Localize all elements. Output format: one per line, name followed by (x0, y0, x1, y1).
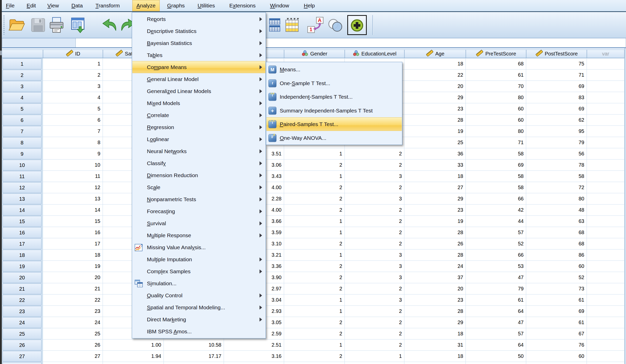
menu-item-nonparametric-tests[interactable]: Nonparametric Tests (132, 193, 265, 205)
cell[interactable]: 22 (43, 294, 103, 306)
cell[interactable]: 69 (526, 81, 587, 92)
cell[interactable]: 1 (284, 306, 345, 317)
row-header-9[interactable]: 9 (3, 149, 41, 159)
cell[interactable]: 9 (43, 148, 103, 160)
cell[interactable]: 56 (526, 148, 587, 160)
cell[interactable]: 63 (526, 216, 587, 227)
row-header-1[interactable]: 1 (3, 59, 41, 69)
cell[interactable]: 19 (404, 126, 466, 137)
menu-item-spatial-and-temporal-modeling[interactable]: Spatial and Temporal Modeling... (132, 301, 265, 313)
cell[interactable]: 11 (43, 171, 103, 182)
cell[interactable]: 68 (526, 227, 587, 238)
row-header-8[interactable]: 8 (3, 137, 41, 148)
cell[interactable]: 14 (43, 204, 103, 216)
cell[interactable]: 53 (466, 261, 526, 272)
menu-item-regression[interactable]: Regression (132, 121, 265, 133)
menubar-item-transform[interactable]: Transform (91, 0, 124, 11)
menu-item-generalized-linear-models[interactable]: Generalized Linear Models (132, 85, 265, 97)
cell[interactable] (587, 171, 624, 182)
cell[interactable]: 42 (466, 204, 526, 216)
menu-item-quality-control[interactable]: Quality Control (132, 289, 265, 301)
cell[interactable] (587, 126, 624, 137)
menu-item-survival[interactable]: Survival (132, 217, 265, 229)
cell[interactable] (587, 58, 624, 70)
cell[interactable]: 68 (466, 58, 526, 70)
cell[interactable] (43, 362, 103, 364)
cell[interactable]: 1 (43, 58, 103, 70)
cell[interactable]: 2 (43, 70, 103, 81)
grid-corner-cell[interactable] (2, 50, 43, 58)
column-header-age[interactable]: Age (404, 50, 466, 58)
menu-item-general-linear-model[interactable]: General Linear Model (132, 73, 265, 85)
cell[interactable]: 2 (345, 317, 404, 328)
save-button[interactable] (29, 16, 47, 34)
cell[interactable]: 2 (284, 261, 345, 272)
row-header-2[interactable]: 2 (3, 70, 41, 81)
submenu-item-independent-samples-t-test[interactable]: tA BIndependent-Samples T Test... (266, 90, 402, 104)
menu-item-simulation[interactable]: Simulation... (132, 277, 265, 289)
cell[interactable] (587, 137, 624, 148)
cell[interactable]: 2 (345, 328, 404, 339)
cell[interactable]: 20 (404, 283, 466, 294)
menubar-item-edit[interactable]: Edit (23, 0, 40, 11)
cell[interactable]: 21 (43, 283, 103, 294)
cell[interactable] (587, 182, 624, 193)
menubar-item-graphs[interactable]: Graphs (163, 0, 189, 11)
cell[interactable]: 24 (43, 317, 103, 328)
cell[interactable]: 10.58 (164, 339, 224, 351)
cell[interactable] (587, 328, 624, 339)
cell[interactable]: 60 (466, 103, 526, 115)
menubar-item-window[interactable]: Window (266, 0, 293, 11)
cell[interactable] (284, 362, 345, 364)
row-header-5[interactable]: 5 (3, 104, 41, 114)
cell[interactable]: 1 (284, 249, 345, 261)
row-header-18[interactable]: 18 (3, 250, 41, 260)
row-header-28[interactable]: 28 (3, 362, 41, 364)
menu-item-loglinear[interactable]: Loglinear (132, 133, 265, 145)
menubar-item-data[interactable]: Data (67, 0, 87, 11)
cell[interactable]: 79 (466, 283, 526, 294)
row-header-27[interactable]: 27 (3, 351, 41, 362)
menubar-item-file[interactable]: File (2, 0, 19, 11)
cell[interactable]: 5 (43, 103, 103, 115)
cell[interactable]: 64 (466, 306, 526, 317)
column-header-var[interactable]: var (587, 50, 624, 58)
cell[interactable]: 3 (345, 272, 404, 283)
cell[interactable]: 23 (43, 306, 103, 317)
cell[interactable]: 61 (466, 70, 526, 81)
cell[interactable]: 58 (466, 182, 526, 193)
cell[interactable]: 50 (466, 351, 526, 362)
row-header-26[interactable]: 26 (3, 340, 41, 350)
split-file-button[interactable] (268, 16, 283, 34)
print-button[interactable] (48, 16, 65, 34)
cell[interactable]: 18 (404, 171, 466, 182)
submenu-item-means[interactable]: MMeans... (266, 63, 402, 76)
cell[interactable]: 27 (43, 351, 103, 362)
cell[interactable]: 47 (466, 317, 526, 328)
cell[interactable]: 2 (284, 351, 345, 362)
cell[interactable] (526, 362, 587, 364)
cell[interactable]: 16 (43, 227, 103, 238)
row-header-15[interactable]: 15 (3, 216, 41, 227)
row-header-11[interactable]: 11 (3, 171, 41, 182)
cell[interactable]: 62 (526, 115, 587, 126)
row-header-24[interactable]: 24 (3, 317, 41, 328)
cell[interactable]: 1 (284, 148, 345, 160)
cell[interactable]: 2 (345, 306, 404, 317)
menu-item-multiple-response[interactable]: Multiple Response (132, 229, 265, 241)
cell[interactable]: 36 (404, 148, 466, 160)
cell[interactable]: 80 (526, 193, 587, 204)
cell[interactable]: 2 (345, 160, 404, 171)
cell[interactable] (587, 70, 624, 81)
column-header-pretestscore[interactable]: PreTestScore (466, 50, 526, 58)
cell[interactable]: 71 (466, 137, 526, 148)
cell[interactable]: 2 (284, 193, 345, 204)
cell[interactable]: 18 (404, 58, 466, 70)
row-header-3[interactable]: 3 (3, 81, 41, 92)
cell[interactable]: 48 (526, 204, 587, 216)
cell[interactable] (587, 103, 624, 115)
cell[interactable]: 2 (345, 283, 404, 294)
menubar-item-help[interactable]: Help (300, 0, 319, 11)
row-header-20[interactable]: 20 (3, 272, 41, 283)
cell[interactable]: 66 (466, 249, 526, 261)
